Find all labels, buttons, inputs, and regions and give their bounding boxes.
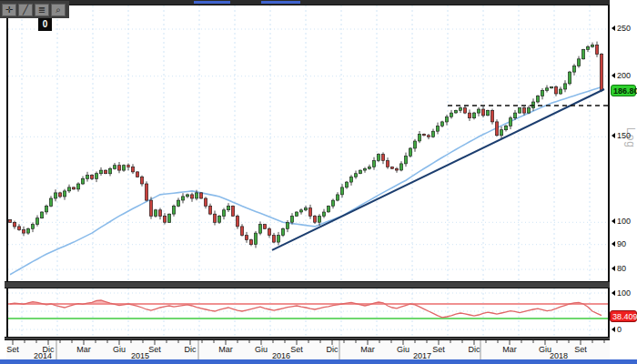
price-axis[interactable]: Log 186.80 38.4092 25020015010090801000 bbox=[610, 0, 637, 359]
axis-tick-label: 80 bbox=[612, 264, 626, 273]
indicators-list-button[interactable]: ≣ bbox=[35, 4, 49, 16]
tick-arrow-icon bbox=[612, 241, 615, 247]
month-label: Set bbox=[574, 345, 587, 354]
drawing-counter-badge: 0 bbox=[38, 18, 52, 31]
month-label: Dic bbox=[185, 345, 197, 354]
axis-tick-label: 100 bbox=[612, 288, 631, 298]
month-label: Mar bbox=[360, 345, 375, 354]
axis-tick-label: 200 bbox=[612, 71, 631, 80]
indicator-canvas[interactable] bbox=[8, 288, 608, 337]
tick-arrow-icon bbox=[612, 266, 615, 271]
indicator-value-badge: 38.4092 bbox=[610, 310, 637, 322]
month-label: Dic bbox=[327, 345, 339, 354]
month-label: Set bbox=[148, 345, 161, 354]
month-label: Set bbox=[290, 345, 303, 354]
trading-chart-window: ✛╱≣⌕ 0 SetDicMarGiuSetDicMarGiuSetDicMar… bbox=[0, 0, 637, 364]
month-label: Set bbox=[6, 345, 19, 354]
bottom-accent-bar bbox=[0, 359, 637, 364]
axis-tick-label: 100 bbox=[612, 217, 631, 226]
year-label: 2016 bbox=[272, 351, 290, 359]
crosshair-tool-icon: ✛ bbox=[5, 5, 13, 15]
month-label: Set bbox=[432, 345, 445, 354]
axis-tick-label: 150 bbox=[612, 131, 631, 140]
zoom-tool-button[interactable]: ⌕ bbox=[51, 4, 66, 16]
year-label: 2018 bbox=[550, 351, 568, 359]
tick-arrow-icon bbox=[612, 290, 615, 296]
month-label: Dic bbox=[469, 345, 480, 354]
year-label: 2017 bbox=[413, 351, 431, 359]
last-price-badge: 186.80 bbox=[611, 85, 636, 96]
indicator-panel[interactable] bbox=[6, 288, 610, 337]
zoom-tool-icon: ⌕ bbox=[56, 5, 61, 15]
month-label: Mar bbox=[76, 345, 91, 354]
year-label: 2014 bbox=[34, 351, 52, 359]
tick-arrow-icon bbox=[612, 327, 615, 332]
timeline-range-segment[interactable] bbox=[261, 1, 300, 4]
axis-tick-label: 250 bbox=[612, 24, 631, 33]
tick-arrow-icon bbox=[612, 133, 615, 138]
month-label: Giu bbox=[113, 345, 126, 354]
panel-separator[interactable] bbox=[5, 281, 612, 288]
month-label: Mar bbox=[218, 345, 233, 354]
month-label: Giu bbox=[255, 345, 268, 354]
axis-tick-label: 0 bbox=[612, 325, 622, 334]
year-label: 2015 bbox=[131, 351, 149, 359]
tick-arrow-icon bbox=[612, 25, 615, 31]
draw-line-tool-button[interactable]: ╱ bbox=[18, 4, 33, 16]
axis-tick-label: 90 bbox=[612, 239, 626, 248]
crosshair-tool-button[interactable]: ✛ bbox=[2, 4, 16, 16]
indicators-list-icon: ≣ bbox=[38, 5, 46, 15]
tick-arrow-icon bbox=[612, 73, 615, 78]
month-label: Giu bbox=[397, 345, 410, 354]
candlestick-chart-canvas[interactable] bbox=[8, 5, 608, 280]
tick-arrow-icon bbox=[612, 218, 615, 224]
timeline-range-segment[interactable] bbox=[194, 1, 230, 4]
time-axis[interactable]: SetDicMarGiuSetDicMarGiuSetDicMarGiuSetD… bbox=[6, 340, 610, 359]
price-chart-panel[interactable] bbox=[6, 5, 610, 281]
chart-toolbar: ✛╱≣⌕ bbox=[0, 1, 69, 18]
month-label: Mar bbox=[502, 345, 517, 354]
draw-line-tool-icon: ╱ bbox=[23, 5, 28, 15]
